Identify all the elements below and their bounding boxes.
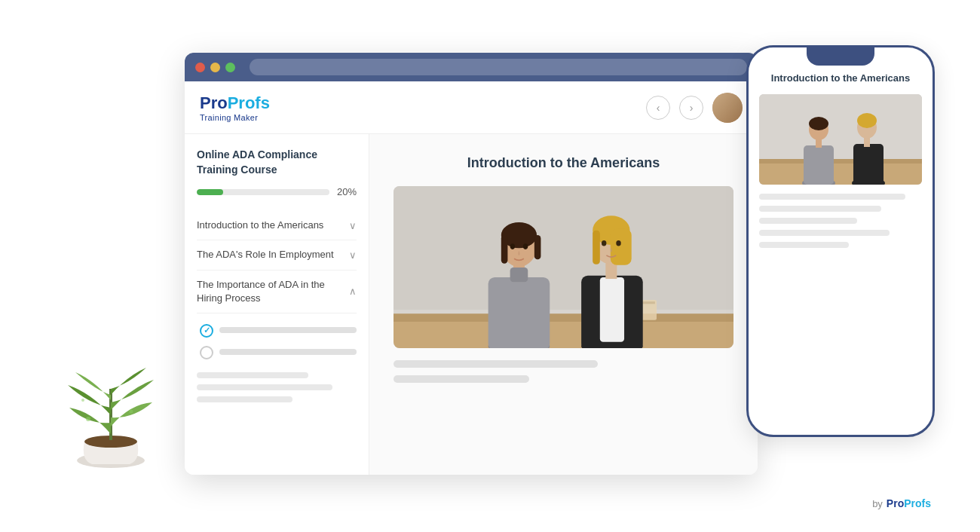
phone-lesson-title: Introduction to the Americans bbox=[759, 72, 922, 85]
phone-line-3 bbox=[759, 218, 857, 224]
footer-logo: ProProfs bbox=[887, 497, 931, 509]
sub-item-bar-1 bbox=[219, 327, 357, 333]
nav-next-button[interactable]: › bbox=[679, 96, 703, 120]
svg-rect-31 bbox=[611, 228, 632, 264]
svg-rect-38 bbox=[804, 145, 834, 185]
sidebar-item-ada-role[interactable]: The ADA's Role In Employment ∨ bbox=[197, 240, 357, 270]
sidebar-item-intro-label: Introduction to the Americans bbox=[197, 219, 345, 232]
mobile-phone: Introduction to the Americans bbox=[746, 45, 935, 437]
progress-bar-container: 20% bbox=[197, 186, 357, 197]
svg-rect-6 bbox=[394, 186, 733, 310]
app-header: Pro Profs Training Maker ‹ › bbox=[185, 81, 758, 134]
sub-item-bar-2 bbox=[219, 349, 357, 355]
svg-rect-43 bbox=[853, 144, 884, 185]
browser-dot-green[interactable] bbox=[225, 63, 235, 72]
svg-point-41 bbox=[809, 117, 828, 130]
phone-body: Introduction to the Americans bbox=[746, 45, 935, 437]
placeholder-line-3 bbox=[197, 396, 292, 402]
by-proprofs-footer: by ProProfs bbox=[872, 497, 931, 509]
svg-rect-7 bbox=[394, 318, 733, 348]
main-line-2 bbox=[394, 375, 529, 383]
placeholder-line-2 bbox=[197, 384, 332, 390]
phone-line-2 bbox=[759, 206, 881, 212]
browser-addressbar bbox=[250, 59, 747, 75]
content-area: Online ADA Compliance Training Course 20… bbox=[185, 134, 758, 475]
sub-item-check-2 bbox=[200, 346, 213, 359]
phone-placeholder-lines bbox=[759, 194, 922, 248]
phone-line-5 bbox=[759, 242, 849, 248]
browser-dot-yellow[interactable] bbox=[210, 63, 220, 72]
course-title: Online ADA Compliance Training Course bbox=[197, 148, 357, 177]
svg-point-46 bbox=[857, 113, 877, 128]
svg-rect-30 bbox=[593, 231, 600, 264]
progress-percentage: 20% bbox=[337, 186, 357, 197]
logo-subtitle: Training Maker bbox=[200, 113, 270, 122]
lesson-title: Introduction to the Americans bbox=[394, 155, 733, 171]
browser-window: Pro Profs Training Maker ‹ › bbox=[185, 53, 758, 475]
lesson-image bbox=[394, 186, 733, 348]
svg-point-4 bbox=[81, 399, 84, 402]
chevron-up-icon: ∧ bbox=[349, 286, 357, 297]
sub-items bbox=[197, 313, 357, 366]
svg-rect-20 bbox=[501, 235, 508, 264]
svg-point-3 bbox=[130, 410, 133, 414]
sidebar-item-importance[interactable]: The Importance of ADA in the Hiring Proc… bbox=[197, 271, 357, 313]
by-text: by bbox=[872, 498, 883, 509]
progress-bar-fill bbox=[197, 189, 223, 195]
svg-rect-17 bbox=[510, 268, 528, 282]
phone-notch bbox=[807, 47, 874, 66]
svg-point-33 bbox=[616, 240, 620, 246]
sidebar-item-ada-role-label: The ADA's Role In Employment bbox=[197, 248, 345, 261]
sub-item-check-1 bbox=[200, 324, 213, 338]
svg-rect-21 bbox=[534, 235, 541, 259]
sidebar-item-importance-label: The Importance of ADA in the Hiring Proc… bbox=[197, 278, 345, 305]
main-line-1 bbox=[394, 360, 598, 368]
phone-line-1 bbox=[759, 194, 905, 200]
phone-image bbox=[759, 94, 922, 185]
svg-rect-15 bbox=[488, 277, 550, 348]
svg-point-2 bbox=[86, 417, 90, 421]
sidebar-item-intro[interactable]: Introduction to the Americans ∨ bbox=[197, 211, 357, 240]
sidebar: Online ADA Compliance Training Course 20… bbox=[185, 134, 369, 475]
svg-point-23 bbox=[523, 243, 528, 249]
chevron-down-icon: ∨ bbox=[349, 220, 357, 231]
svg-rect-26 bbox=[600, 277, 624, 342]
svg-point-22 bbox=[510, 243, 515, 249]
logo-profs: Profs bbox=[228, 93, 270, 113]
logo-pro: Pro bbox=[200, 93, 228, 113]
app-inner: Pro Profs Training Maker ‹ › bbox=[185, 81, 758, 475]
progress-bar-bg bbox=[197, 189, 329, 195]
chevron-down-icon-2: ∨ bbox=[349, 249, 357, 261]
header-right: ‹ › bbox=[646, 93, 743, 123]
plant-decoration bbox=[47, 261, 175, 487]
main-content: Introduction to the Americans bbox=[369, 134, 758, 475]
avatar[interactable] bbox=[712, 93, 743, 123]
logo: Pro Profs Training Maker bbox=[200, 93, 270, 122]
svg-point-32 bbox=[602, 240, 606, 246]
svg-rect-8 bbox=[394, 313, 733, 322]
phone-line-4 bbox=[759, 230, 890, 236]
sub-item-2[interactable] bbox=[200, 341, 357, 363]
main-placeholder-lines bbox=[394, 360, 733, 383]
sub-item-1[interactable] bbox=[200, 320, 357, 341]
browser-titlebar bbox=[185, 53, 758, 81]
svg-rect-36 bbox=[759, 159, 922, 164]
browser-dot-red[interactable] bbox=[195, 63, 205, 72]
sidebar-placeholder-lines bbox=[197, 372, 357, 402]
placeholder-line-1 bbox=[197, 372, 308, 378]
phone-content: Introduction to the Americans bbox=[749, 47, 933, 435]
nav-prev-button[interactable]: ‹ bbox=[646, 96, 670, 120]
svg-rect-35 bbox=[759, 162, 922, 185]
